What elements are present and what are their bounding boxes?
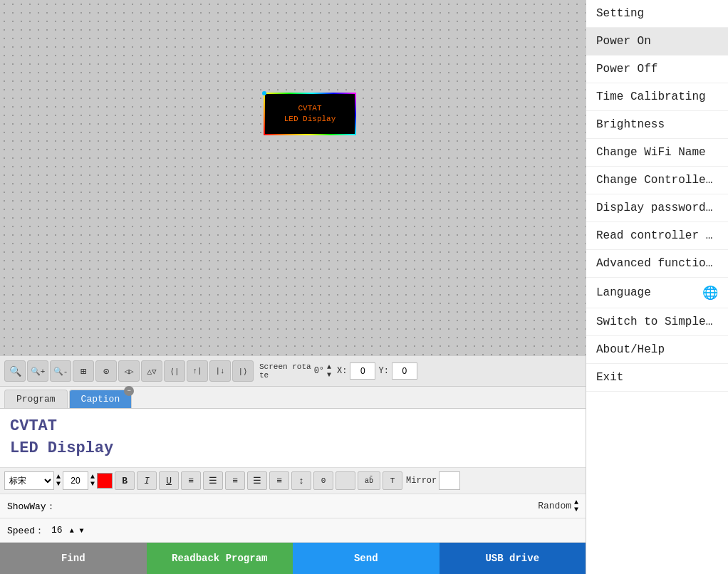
move-v-tool[interactable]: △▽ <box>141 360 162 382</box>
align-left-btn[interactable]: ≡ <box>181 471 201 490</box>
speed-up-btn[interactable]: ▲ <box>70 527 74 535</box>
size-stepper-down[interactable]: ▼ <box>90 481 95 488</box>
bottom-buttons: Find Readback Program Send USB drive <box>0 543 586 574</box>
text-fx2-btn[interactable]: T <box>383 471 402 490</box>
menu-time-calibrating[interactable]: Time Calibrating <box>586 83 728 111</box>
color-swatch[interactable] <box>97 473 113 489</box>
mirror-input[interactable] <box>439 471 460 490</box>
showway-down-btn[interactable]: ▼ <box>574 506 578 513</box>
tab-close-btn[interactable]: − <box>124 386 134 396</box>
align-justify-btn[interactable]: ☰ <box>247 471 267 490</box>
speed-label: Speed： <box>7 524 44 537</box>
speed-down-btn[interactable]: ▼ <box>79 527 83 535</box>
menu-advanced-functions[interactable]: Advanced functions <box>586 250 728 278</box>
font-size-input[interactable] <box>63 471 88 490</box>
move-right-tool[interactable]: |⟩ <box>232 360 254 382</box>
text-content-area[interactable]: CVTAT LED Display <box>0 409 586 467</box>
screen-rotate-area: Screen rotate 0° ▲ ▼ <box>259 362 331 380</box>
usb-button[interactable]: USB drive <box>440 543 586 574</box>
showway-up-btn[interactable]: ▲ <box>574 499 578 506</box>
menu-read-controller[interactable]: Read controller model··· <box>586 222 728 250</box>
x-label: X: <box>337 366 347 376</box>
bold-btn[interactable]: B <box>115 471 135 490</box>
num-btn[interactable]: 0 <box>313 471 333 490</box>
find-button[interactable]: Find <box>0 543 147 574</box>
globe-icon: 🌐 <box>702 285 718 301</box>
italic-btn[interactable]: I <box>137 471 157 490</box>
rotate-down-btn[interactable]: ▼ <box>327 371 331 379</box>
menu-language[interactable]: Language 🌐 <box>586 278 728 308</box>
menu-setting[interactable]: Setting <box>586 0 728 28</box>
x-input[interactable] <box>350 362 375 380</box>
fit-tool[interactable]: ⊙ <box>95 360 117 382</box>
font-size-down-btn[interactable]: ▼ <box>56 481 61 488</box>
showway-value: Random <box>538 501 571 511</box>
move-down-tool[interactable]: |↓ <box>209 360 231 382</box>
speed-bar: Speed： 16 ▲ ▼ <box>0 518 586 543</box>
canvas-background <box>0 0 586 355</box>
font-select[interactable]: 标宋 <box>4 471 54 490</box>
zoom-in-tool[interactable]: 🔍+ <box>27 360 48 382</box>
menu-simple-edit[interactable]: Switch to Simple Edit··· <box>586 308 728 336</box>
align-full-btn[interactable]: ≡ <box>269 471 289 490</box>
move-up-tool[interactable]: ↑| <box>187 360 208 382</box>
zoom-out-tool[interactable]: 🔍- <box>50 360 71 382</box>
screen-rotate-label: Screen rotate <box>259 362 311 380</box>
led-display-text: CVTAT LED Display <box>284 103 336 125</box>
menu-about-help[interactable]: About/Help <box>586 336 728 364</box>
screen-rotate-value: 0° <box>314 366 324 376</box>
text-line2: LED Display <box>10 438 576 460</box>
readback-button[interactable]: Readback Program <box>147 543 293 574</box>
showway-label: ShowWay： <box>7 500 56 513</box>
send-button[interactable]: Send <box>293 543 440 574</box>
canvas-area: CVTAT LED Display <box>0 0 586 355</box>
right-menu-panel: Setting Power On Power Off Time Calibrat… <box>586 0 728 574</box>
move-h-tool[interactable]: ◁▷ <box>118 360 140 382</box>
zoom-tool[interactable]: 🔍 <box>4 360 26 382</box>
menu-brightness[interactable]: Brightness <box>586 111 728 139</box>
format-toolbar: 标宋 ▲ ▼ ▲ ▼ B I U ≡ ☰ ≡ ☰ ≡ ↕ 0 ab̄ T <box>0 467 586 494</box>
menu-change-wifi[interactable]: Change WiFi Name <box>586 139 728 167</box>
menu-power-on[interactable]: Power On <box>586 28 728 56</box>
move-left-tool[interactable]: ⟨| <box>164 360 185 382</box>
y-label: Y: <box>378 366 388 376</box>
menu-display-password[interactable]: Display password modi··· <box>586 194 728 222</box>
text-line1: CVTAT <box>10 416 576 438</box>
speed-value: 16 <box>51 525 63 536</box>
mirror-label: Mirror <box>406 476 437 486</box>
tool-strip: 🔍 🔍+ 🔍- ⊞ ⊙ ◁▷ △▽ ⟨| ↑| |↓ |⟩ Screen rot… <box>0 355 586 387</box>
num2-btn[interactable] <box>336 471 355 490</box>
valign-btn[interactable]: ↕ <box>291 471 311 490</box>
xy-area: X: Y: <box>337 362 417 380</box>
y-input[interactable] <box>392 362 417 380</box>
led-corner-dot <box>262 91 266 95</box>
align-right-btn[interactable]: ≡ <box>225 471 245 490</box>
tab-caption[interactable]: Caption − <box>69 390 132 408</box>
underline-btn[interactable]: U <box>159 471 179 490</box>
showway-bar: ShowWay： Random ▲ ▼ <box>0 494 586 518</box>
menu-change-controller-pass[interactable]: Change Controller Pas··· <box>586 167 728 194</box>
text-fx1-btn[interactable]: ab̄ <box>358 471 380 490</box>
led-display-widget[interactable]: CVTAT LED Display <box>264 93 356 135</box>
menu-exit[interactable]: Exit <box>586 364 728 392</box>
menu-power-off[interactable]: Power Off <box>586 56 728 83</box>
grid-tool[interactable]: ⊞ <box>73 360 94 382</box>
tabs-bar: Program Caption − <box>0 387 586 409</box>
rotate-up-btn[interactable]: ▲ <box>327 363 331 371</box>
align-center-btn[interactable]: ☰ <box>203 471 223 490</box>
tab-program[interactable]: Program <box>4 390 68 408</box>
